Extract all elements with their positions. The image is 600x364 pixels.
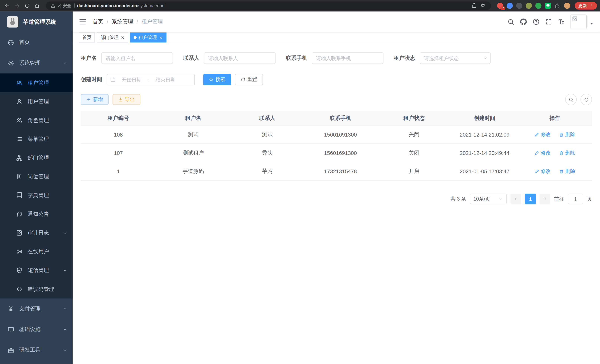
list-icon [16,136,23,142]
profile-avatar-icon[interactable] [564,3,570,9]
extension-icon-3[interactable] [516,3,522,9]
breadcrumb-home[interactable]: 首页 [93,18,103,25]
document-edit-icon [16,230,23,236]
delete-label: 删除 [565,131,575,138]
search-icon [568,97,573,102]
security-label[interactable]: 不安全 [58,3,71,9]
tab-dept-management[interactable]: 部门管理 [97,32,128,42]
back-icon[interactable] [3,1,11,10]
extension-icon-2[interactable] [507,3,513,9]
cell-phone: 17321315478 [304,162,377,180]
delete-link[interactable]: 删除 [559,168,575,175]
address-bar[interactable]: 不安全 dashboard.yudao.iocoder.cn/system/te… [46,1,491,10]
edit-link[interactable]: 修改 [535,131,551,138]
refresh-table-button[interactable] [581,94,592,105]
delete-link[interactable]: 删除 [559,131,575,138]
kebab-menu-icon[interactable] [589,3,593,8]
font-size-icon[interactable] [558,18,565,25]
sidebar-item-notice[interactable]: 通知公告 [0,205,73,223]
sidebar-item-errorcode-management[interactable]: 错误码管理 [0,280,73,299]
app-logo[interactable]: 芋道管理系统 [0,11,73,32]
github-icon[interactable] [520,18,527,25]
phone-input[interactable] [312,53,384,64]
sidebar-item-infrastructure[interactable]: 基础设施 [0,319,73,340]
home-icon[interactable] [33,1,41,10]
tab-label: 部门管理 [100,34,119,41]
system-submenu: 租户管理 用户管理 角色管理 菜单管理 [0,74,73,299]
sidebar-item-label: 研发工具 [19,347,41,354]
page-number-1[interactable]: 1 [525,194,536,205]
breadcrumb-system[interactable]: 系统管理 [112,18,133,25]
edit-label: 修改 [541,168,551,175]
user-avatar[interactable] [571,14,587,29]
edit-link[interactable]: 修改 [535,168,551,175]
status-select-input[interactable] [420,53,491,64]
calendar-icon [110,77,116,82]
extension-icon-5[interactable] [535,3,541,9]
extension-icon-4[interactable] [526,3,532,9]
status-select[interactable] [420,53,491,64]
date-start-input[interactable] [117,77,146,83]
extension-icon-6[interactable] [545,3,551,9]
sidebar-item-dept-management[interactable]: 部门管理 [0,149,73,167]
hamburger-icon[interactable] [79,18,86,26]
extensions-puzzle-icon[interactable] [554,3,561,9]
plus-icon [86,97,91,102]
active-tab-dot [134,36,137,39]
goto-page-input[interactable] [568,194,583,205]
delete-label: 删除 [565,149,575,156]
table-row: 1 芋道源码 芋艿 17321315478 开启 2021-01-05 17:0… [81,162,592,180]
sidebar-item-online-users[interactable]: 在线用户 [0,242,73,261]
date-end-input[interactable] [151,77,180,83]
bookmark-star-icon[interactable] [480,3,486,9]
sidebar-item-user-management[interactable]: 用户管理 [0,92,73,111]
goto-label: 前往 [554,196,564,202]
search-button[interactable]: 搜索 [203,74,231,85]
delete-link[interactable]: 删除 [559,149,575,156]
share-icon[interactable] [471,3,478,9]
reset-button[interactable]: 重置 [235,74,263,85]
fullscreen-icon[interactable] [545,18,552,25]
reload-icon[interactable] [23,1,31,10]
help-icon[interactable] [533,18,540,25]
tab-close-icon[interactable] [121,36,125,40]
date-range-picker[interactable]: - [107,74,195,85]
sidebar-item-post-management[interactable]: 岗位管理 [0,167,73,186]
chevron-down-icon [63,268,67,273]
update-button[interactable]: 更新 [575,2,597,9]
tenant-name-label: 租户名 [81,55,97,62]
sidebar-item-audit-log[interactable]: 审计日志 [0,224,73,242]
forward-icon[interactable] [13,1,21,10]
sidebar-item-dev-tools[interactable]: 研发工具 [0,340,73,361]
toggle-search-button[interactable] [565,94,577,105]
tab-home[interactable]: 首页 [79,32,95,42]
sidebar-item-payment-management[interactable]: 支付管理 [0,299,73,319]
edit-link[interactable]: 修改 [535,149,551,156]
extension-icon-1[interactable]: 10 [497,3,503,9]
page-size-select[interactable]: 10条/页 [470,194,507,205]
chevron-down-icon [63,348,67,353]
add-button[interactable]: 新增 [81,94,109,105]
tenant-name-input[interactable] [102,53,173,64]
sidebar-item-home[interactable]: 首页 [0,32,73,53]
cell-operation: 修改 删除 [518,144,592,162]
sidebar-item-role-management[interactable]: 角色管理 [0,111,73,130]
contact-input[interactable] [204,53,275,64]
table-row: 107 测试租户 秃头 15601691300 关闭 2021-12-14 20… [81,144,592,162]
sidebar-item-label: 错误码管理 [28,286,54,293]
export-button[interactable]: 导出 [112,94,141,105]
chevron-down-icon [498,197,503,201]
tab-close-icon[interactable] [159,36,163,40]
sidebar-menu: 首页 系统管理 租户管理 用户管理 [0,32,73,364]
next-page-button[interactable] [540,194,550,205]
sidebar-item-dict-management[interactable]: 字典管理 [0,186,73,205]
sidebar-item-sms-management[interactable]: 短信管理 [0,261,73,280]
sidebar-item-system-management[interactable]: 系统管理 [0,53,73,74]
address-divider [74,3,75,8]
prev-page-button[interactable] [510,194,521,205]
sidebar-item-tenant-management[interactable]: 租户管理 [0,74,73,92]
tab-tenant-management[interactable]: 租户管理 [130,32,166,42]
search-icon[interactable] [507,18,514,25]
caret-down-icon[interactable] [589,21,594,26]
sidebar-item-menu-management[interactable]: 菜单管理 [0,130,73,149]
